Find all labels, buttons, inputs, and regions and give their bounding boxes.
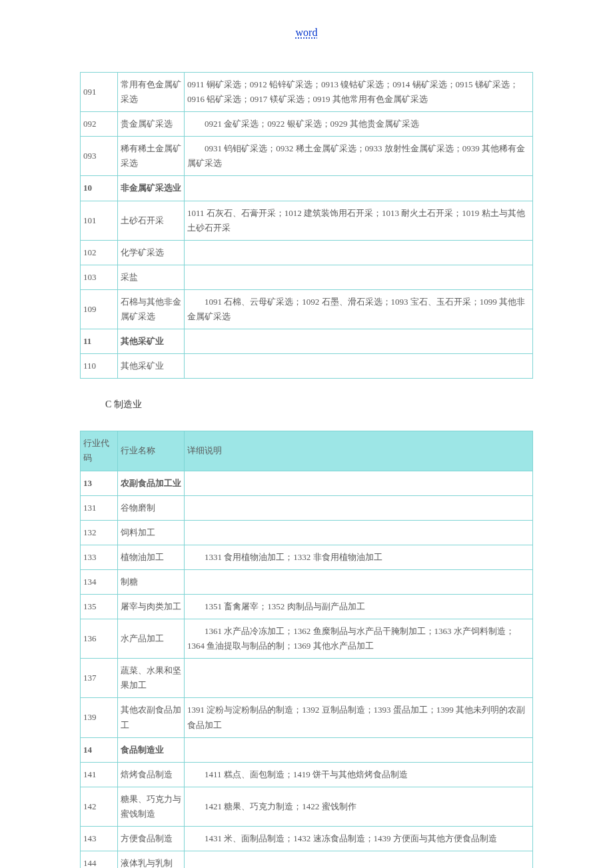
table-row: 143方便食品制造 1431 米、面制品制造；1432 速冻食品制造；1439 … <box>81 827 533 851</box>
cell-desc <box>185 659 533 698</box>
cell-code: 109 <box>81 289 118 329</box>
cell-desc: 1421 糖果、巧克力制造；1422 蜜饯制作 <box>185 787 533 826</box>
cell-code: 131 <box>81 495 118 520</box>
cell-code: 103 <box>81 265 118 289</box>
cell-code: 133 <box>81 545 118 569</box>
cell-desc: 1411 糕点、面包制造；1419 饼干与其他焙烤食品制造 <box>185 762 533 787</box>
cell-desc <box>185 329 533 354</box>
table-mining: 091常用有色金属矿采选0911 铜矿采选；0912 铅锌矿采选；0913 镍钴… <box>80 72 533 379</box>
table-row: 137蔬菜、水果和坚果加工 <box>81 659 533 698</box>
cell-name: 稀有稀土金属矿采选 <box>118 137 185 176</box>
table-header-row: 行业代码 行业名称 详细说明 <box>81 431 533 471</box>
table-row: 142糖果、巧克力与蜜饯制造 1421 糖果、巧克力制造；1422 蜜饯制作 <box>81 787 533 826</box>
cell-code: 135 <box>81 594 118 619</box>
cell-desc <box>185 471 533 495</box>
cell-name: 植物油加工 <box>118 545 185 569</box>
cell-code: 139 <box>81 698 118 737</box>
cell-code: 136 <box>81 619 118 659</box>
header-desc: 详细说明 <box>185 431 533 471</box>
cell-desc: 1431 米、面制品制造；1432 速冻食品制造；1439 方便面与其他方便食品… <box>185 827 533 851</box>
cell-code: 10 <box>81 176 118 201</box>
cell-name: 焙烤食品制造 <box>118 762 185 787</box>
cell-desc: 1351 畜禽屠宰；1352 肉制品与副产品加工 <box>185 594 533 619</box>
cell-name: 非金属矿采选业 <box>118 176 185 201</box>
cell-desc: 0931 钨钼矿采选；0932 稀土金属矿采选；0933 放射性金属矿采选；09… <box>185 137 533 176</box>
cell-desc: 1391 淀粉与淀粉制品的制造；1392 豆制品制造；1393 蛋品加工；139… <box>185 698 533 737</box>
table-row: 14食品制造业 <box>81 737 533 762</box>
table-row: 109石棉与其他非金属矿采选 1091 石棉、云母矿采选；1092 石墨、滑石采… <box>81 289 533 329</box>
cell-desc <box>185 737 533 762</box>
table-row: 13农副食品加工业 <box>81 471 533 495</box>
cell-desc <box>185 851 533 868</box>
table-row: 136水产品加工 1361 水产品冷冻加工；1362 鱼糜制品与水产品干腌制加工… <box>81 619 533 659</box>
table-row: 144液体乳与乳制 <box>81 851 533 868</box>
cell-name: 贵金属矿采选 <box>118 112 185 137</box>
cell-name: 农副食品加工业 <box>118 471 185 495</box>
table-row: 101土砂石开采1011 石灰石、石膏开采；1012 建筑装饰用石开采；1013… <box>81 201 533 240</box>
table-row: 102化学矿采选 <box>81 240 533 265</box>
cell-desc <box>185 240 533 265</box>
cell-code: 092 <box>81 112 118 137</box>
table-row: 11其他采矿业 <box>81 329 533 354</box>
cell-desc: 0911 铜矿采选；0912 铅锌矿采选；0913 镍钴矿采选；0914 锡矿采… <box>185 73 533 112</box>
cell-code: 101 <box>81 201 118 240</box>
table-row: 10非金属矿采选业 <box>81 176 533 201</box>
cell-name: 屠宰与肉类加工 <box>118 594 185 619</box>
header-link-text[interactable]: word <box>296 27 318 38</box>
table-row: 132饲料加工 <box>81 520 533 545</box>
cell-code: 14 <box>81 737 118 762</box>
cell-name: 常用有色金属矿采选 <box>118 73 185 112</box>
cell-name: 其他采矿业 <box>118 354 185 379</box>
cell-desc: 1011 石灰石、石膏开采；1012 建筑装饰用石开采；1013 耐火土石开采；… <box>185 201 533 240</box>
cell-code: 093 <box>81 137 118 176</box>
table-row: 139其他农副食品加工1391 淀粉与淀粉制品的制造；1392 豆制品制造；13… <box>81 698 533 737</box>
cell-name: 谷物磨制 <box>118 495 185 520</box>
cell-name: 方便食品制造 <box>118 827 185 851</box>
cell-code: 134 <box>81 569 118 594</box>
cell-name: 饲料加工 <box>118 520 185 545</box>
cell-name: 食品制造业 <box>118 737 185 762</box>
cell-code: 137 <box>81 659 118 698</box>
header-name: 行业名称 <box>118 431 185 471</box>
section-title: C 制造业 <box>105 399 533 411</box>
cell-desc: 1361 水产品冷冻加工；1362 鱼糜制品与水产品干腌制加工；1363 水产饲… <box>185 619 533 659</box>
cell-name: 土砂石开采 <box>118 201 185 240</box>
table-row: 131谷物磨制 <box>81 495 533 520</box>
cell-code: 132 <box>81 520 118 545</box>
cell-desc <box>185 354 533 379</box>
table-row: 103采盐 <box>81 265 533 289</box>
cell-desc <box>185 265 533 289</box>
cell-name: 化学矿采选 <box>118 240 185 265</box>
cell-desc <box>185 569 533 594</box>
cell-name: 糖果、巧克力与蜜饯制造 <box>118 787 185 826</box>
cell-code: 11 <box>81 329 118 354</box>
table-row: 135屠宰与肉类加工 1351 畜禽屠宰；1352 肉制品与副产品加工 <box>81 594 533 619</box>
table-row: 141焙烤食品制造 1411 糕点、面包制造；1419 饼干与其他焙烤食品制造 <box>81 762 533 787</box>
cell-code: 142 <box>81 787 118 826</box>
header-code: 行业代码 <box>81 431 118 471</box>
table-row: 133植物油加工 1331 食用植物油加工；1332 非食用植物油加工 <box>81 545 533 569</box>
cell-name: 制糖 <box>118 569 185 594</box>
cell-name: 液体乳与乳制 <box>118 851 185 868</box>
table-row: 110其他采矿业 <box>81 354 533 379</box>
table-manufacturing: 行业代码 行业名称 详细说明 13农副食品加工业131谷物磨制132饲料加工13… <box>80 431 533 868</box>
cell-desc <box>185 176 533 201</box>
cell-code: 141 <box>81 762 118 787</box>
cell-name: 采盐 <box>118 265 185 289</box>
header-link: word <box>0 27 613 39</box>
cell-desc: 1091 石棉、云母矿采选；1092 石墨、滑石采选；1093 宝石、玉石开采；… <box>185 289 533 329</box>
cell-desc: 0921 金矿采选；0922 银矿采选；0929 其他贵金属矿采选 <box>185 112 533 137</box>
cell-code: 144 <box>81 851 118 868</box>
cell-code: 091 <box>81 73 118 112</box>
cell-desc <box>185 495 533 520</box>
cell-name: 其他农副食品加工 <box>118 698 185 737</box>
table-row: 134制糖 <box>81 569 533 594</box>
page-content: 091常用有色金属矿采选0911 铜矿采选；0912 铅锌矿采选；0913 镍钴… <box>80 72 533 868</box>
cell-code: 110 <box>81 354 118 379</box>
cell-desc <box>185 520 533 545</box>
cell-name: 其他采矿业 <box>118 329 185 354</box>
cell-name: 石棉与其他非金属矿采选 <box>118 289 185 329</box>
table-row: 093稀有稀土金属矿采选 0931 钨钼矿采选；0932 稀土金属矿采选；093… <box>81 137 533 176</box>
cell-name: 蔬菜、水果和坚果加工 <box>118 659 185 698</box>
table-row: 092贵金属矿采选 0921 金矿采选；0922 银矿采选；0929 其他贵金属… <box>81 112 533 137</box>
